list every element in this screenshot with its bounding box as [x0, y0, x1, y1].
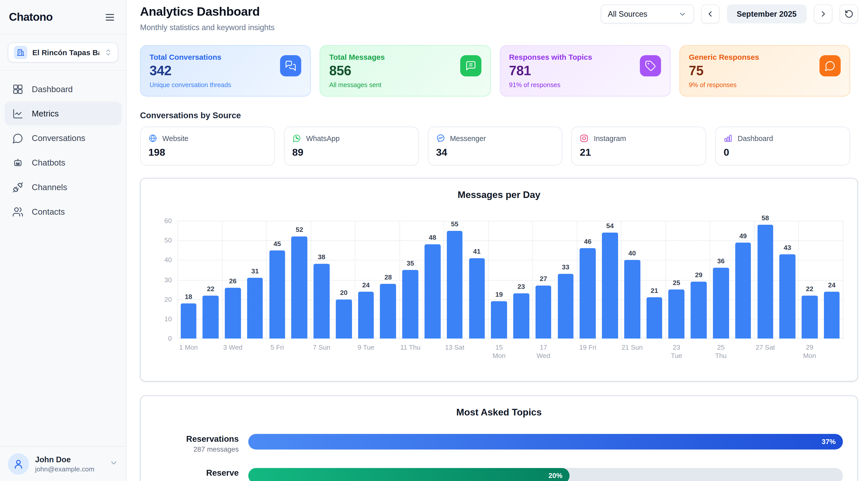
topics-title: Most Asked Topics — [155, 407, 843, 418]
building-icon — [14, 46, 27, 59]
stat-card-responses-with-topics: Responses with Topics78191% of responses — [500, 45, 671, 96]
y-tick-label: 0 — [168, 335, 172, 343]
source-card-messenger: Messenger34 — [428, 127, 563, 166]
bar-day-30 — [824, 291, 840, 339]
sidebar-item-metrics[interactable]: Metrics — [5, 101, 122, 126]
sidebar-item-label: Conversations — [32, 133, 85, 143]
stat-caption: Unique conversation threads — [149, 82, 301, 88]
user-menu[interactable]: John Doe john@example.com — [0, 446, 126, 481]
bar-day-24 — [691, 282, 707, 339]
bar-day-11 — [402, 270, 418, 339]
topic-bar-track: 20% — [248, 468, 843, 481]
bar-value-label: 41 — [473, 248, 480, 255]
v-gridline — [665, 221, 666, 339]
page-header: Analytics Dashboard Monthly statistics a… — [140, 5, 858, 32]
v-gridline — [799, 221, 799, 339]
bar-value-label: 24 — [362, 281, 370, 289]
sidebar-nav: DashboardMetricsConversationsChatbotsCha… — [0, 71, 126, 446]
next-month-button[interactable] — [814, 5, 832, 24]
v-gridline — [266, 221, 267, 339]
source-card-instagram: Instagram21 — [571, 127, 707, 166]
bar-value-label: 58 — [762, 214, 769, 222]
bar-day-5 — [269, 250, 285, 339]
bar-value-label: 54 — [606, 222, 614, 230]
app-logo: Chatono — [9, 11, 53, 24]
workspace-selector[interactable]: El Rincón Tapas Bar — [8, 42, 118, 62]
topic-name: Reservations — [155, 434, 239, 444]
bar-day-16 — [513, 293, 529, 339]
x-tick-label: 23Tue — [671, 344, 682, 360]
bar-day-14 — [469, 258, 485, 339]
bar-day-28 — [779, 254, 795, 339]
sidebar-item-label: Metrics — [32, 109, 59, 118]
source-filter-select[interactable]: All Sources — [600, 5, 694, 24]
x-tick-label: 11 Thu — [400, 344, 421, 352]
sidebar-item-dashboard[interactable]: Dashboard — [5, 77, 122, 101]
period-label[interactable]: September 2025 — [727, 5, 807, 24]
y-tick-label: 60 — [164, 217, 172, 225]
messenger-icon — [436, 134, 445, 143]
bar-day-9 — [358, 291, 374, 339]
topic-row-reservations: Reservations287 messages37% — [155, 434, 843, 453]
sidebar-item-conversations[interactable]: Conversations — [5, 126, 122, 150]
source-value: 198 — [148, 147, 267, 158]
sidebar-item-label: Channels — [32, 182, 67, 192]
v-gridline — [621, 221, 622, 339]
bar-value-label: 29 — [695, 271, 703, 279]
bar-day-18 — [558, 274, 574, 339]
user-meta: John Doe john@example.com — [35, 455, 103, 473]
grid-icon — [12, 83, 23, 94]
topic-message-count: 287 messages — [155, 446, 239, 453]
bar-day-2 — [203, 295, 219, 339]
bar-value-label: 38 — [318, 253, 325, 261]
x-tick-label: 3 Wed — [223, 344, 243, 352]
source-label: Website — [162, 134, 188, 142]
sidebar: Chatono El Rincón Tapas Bar DashboardMet… — [0, 0, 127, 481]
chevron-down-icon — [678, 10, 686, 18]
stat-label: Total Conversations — [149, 53, 301, 61]
rotate-ccw-icon — [844, 9, 853, 18]
v-gridline — [843, 221, 843, 339]
x-axis-labels: 1 Mon3 Wed5 Fri7 Sun9 Tue11 Thu13 Sat15M… — [178, 339, 843, 364]
sidebar-item-label: Chatbots — [32, 158, 65, 167]
bar-day-13 — [447, 231, 463, 339]
y-tick-label: 50 — [164, 236, 172, 244]
bar-value-label: 23 — [518, 283, 525, 291]
sidebar-item-channels[interactable]: Channels — [5, 175, 122, 199]
stat-caption: All messages sent — [329, 82, 481, 88]
sidebar-item-contacts[interactable]: Contacts — [5, 200, 122, 224]
chart-line-icon — [12, 108, 23, 119]
source-value: 0 — [724, 147, 842, 158]
bar-value-label: 49 — [739, 232, 747, 240]
y-tick-label: 10 — [164, 315, 172, 323]
sidebar-item-chatbots[interactable]: Chatbots — [5, 151, 122, 175]
previous-month-button[interactable] — [701, 5, 719, 24]
y-axis-labels: 0102030405060 — [155, 221, 177, 339]
bar-day-4 — [247, 278, 263, 339]
page-header-text: Analytics Dashboard Monthly statistics a… — [140, 5, 275, 32]
bar-value-label: 25 — [673, 279, 680, 287]
bar-value-label: 26 — [229, 277, 237, 285]
v-gridline — [310, 221, 311, 339]
v-gridline — [532, 221, 533, 339]
bar-day-10 — [380, 284, 396, 339]
reset-button[interactable] — [840, 5, 858, 24]
users-icon — [12, 206, 23, 217]
plot: 1822263145523820242835485541192327334654… — [178, 221, 843, 339]
source-label: Instagram — [594, 134, 626, 142]
hamburger-menu-icon[interactable] — [102, 10, 117, 24]
source-filter-value: All Sources — [608, 9, 647, 18]
bar-day-27 — [757, 225, 773, 339]
stat-value: 342 — [149, 63, 301, 79]
bar-chart: 0102030405060 18222631455238202428354855… — [155, 221, 843, 364]
message-circle-icon — [819, 55, 841, 76]
chevron-right-icon — [818, 9, 828, 18]
topic-rows: Reservations287 messages37%Reserve156 me… — [155, 434, 843, 481]
source-label: WhatsApp — [306, 134, 340, 142]
bar-value-label: 31 — [251, 267, 258, 275]
workspace-name: El Rincón Tapas Bar — [32, 49, 99, 57]
y-tick-label: 20 — [164, 295, 172, 303]
bar-value-label: 45 — [274, 240, 281, 248]
stat-label: Generic Responses — [689, 53, 841, 61]
bar-value-label: 55 — [451, 220, 458, 228]
